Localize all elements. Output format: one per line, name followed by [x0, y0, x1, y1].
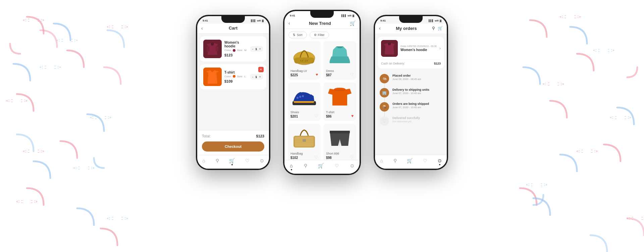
- product-handbag-lv[interactable]: LV LV Handbag LV $225 ♥: [288, 41, 321, 80]
- product-handbag-lv-name: Handbag LV: [290, 69, 318, 73]
- back-button-orders[interactable]: ‹: [379, 26, 381, 31]
- home-icon-orders: ⌂: [380, 158, 383, 163]
- cart-item-2-info: T-shirt Color: Size: L $109: [224, 71, 248, 83]
- heart-icon-orders: ♡: [423, 158, 427, 163]
- back-button-cart[interactable]: ‹: [201, 26, 203, 31]
- filter-button[interactable]: ⚙ Filter: [310, 32, 329, 38]
- timeline-content-2: Delivery to shipping units June 07, 2020…: [392, 88, 442, 95]
- phone-trend-screen: 9:41 ▌▌▌ wifi ▓ ‹ New Trend 🛒 ⇅: [284, 11, 360, 174]
- trend-title: New Trend: [309, 21, 331, 26]
- svg-rect-4: [206, 73, 208, 77]
- nav-search-orders[interactable]: ⚲: [393, 158, 397, 165]
- product-shoes[interactable]: Shoes $201 ♡: [288, 82, 321, 121]
- heart-tshirt[interactable]: ♥: [351, 114, 354, 118]
- cart-icon-orders[interactable]: 🛒: [438, 26, 443, 31]
- product-short[interactable]: Short 898 $98 ♡: [323, 124, 356, 160]
- phone-cart-screen: 9:41 ▌▌▌ wifi ▓ ‹ Cart: [197, 16, 269, 169]
- cart-icon-orders-nav: 🛒: [407, 158, 413, 163]
- nav-cart-cart[interactable]: 🛒: [229, 158, 235, 165]
- qty-minus-1[interactable]: -: [252, 47, 253, 51]
- svg-rect-8: [294, 57, 314, 64]
- time-trend: 9:41: [290, 14, 295, 17]
- hoodie-image: [203, 40, 222, 58]
- timeline-date-3: June 07, 2020 - 10:45 am: [392, 106, 442, 109]
- heart-handbag-lv[interactable]: ♥: [316, 72, 318, 77]
- svg-rect-1: [207, 46, 210, 51]
- cart-header: ‹ Cart: [197, 24, 269, 34]
- orders-screen: 9:41 ▌▌▌ wifi ▓ ‹ My orders ⚲ 🛒: [375, 16, 447, 169]
- delete-item-2[interactable]: ✕: [258, 67, 264, 72]
- cart-item-2-name: T-shirt: [224, 71, 248, 74]
- cart-item-2-meta: Color: Size: L: [224, 75, 248, 78]
- qty-plus-1[interactable]: +: [259, 47, 261, 51]
- cart-items-list: Women's hoodie Color: Size: M $123 -: [197, 34, 269, 131]
- cart-item-1: Women's hoodie Color: Size: M $123 -: [200, 36, 266, 61]
- battery-icon: ▓: [262, 19, 264, 22]
- order-arrow[interactable]: ›: [439, 46, 441, 51]
- nav-home-orders[interactable]: ⌂: [380, 158, 383, 165]
- cart-footer: Total: $123 Checkout: [197, 131, 269, 155]
- color-dot-2: [233, 75, 235, 78]
- orders-title: My orders: [396, 26, 417, 31]
- product-dress-price: $87: [326, 73, 354, 77]
- nav-profile-orders[interactable]: ⊙: [438, 158, 442, 165]
- sort-button[interactable]: ⇅ Sort: [288, 32, 307, 38]
- qty-minus-2[interactable]: -: [252, 75, 253, 79]
- nav-heart-cart[interactable]: ♡: [245, 158, 250, 165]
- product-tshirt[interactable]: T-shirt $86 ♥: [323, 82, 356, 121]
- search-icon-trend: ⚲: [304, 163, 307, 168]
- nav-search-trend[interactable]: ⚲: [304, 163, 307, 170]
- nav-search-cart[interactable]: ⚲: [216, 158, 219, 165]
- svg-rect-5: [217, 73, 219, 77]
- search-icon-orders[interactable]: ⚲: [432, 26, 435, 31]
- nav-profile-trend[interactable]: ⊙: [350, 163, 354, 170]
- time-cart: 9:41: [203, 19, 208, 22]
- product-handbag[interactable]: Handbag $102 ♡: [288, 124, 321, 160]
- product-shoes-price: $201: [290, 115, 318, 118]
- qty-control-2[interactable]: - 1 +: [250, 74, 263, 80]
- checkout-button[interactable]: Checkout: [202, 141, 264, 152]
- profile-icon-orders: ⊙: [438, 158, 442, 163]
- cart-item-2: T-shirt Color: Size: L $109 - 1: [200, 64, 266, 89]
- nav-heart-trend[interactable]: ♡: [335, 163, 339, 170]
- heart-handbag[interactable]: ♡: [314, 155, 318, 160]
- heart-dress[interactable]: ♡: [350, 72, 354, 77]
- cart-item-1-name: Women's hoodie: [224, 41, 248, 48]
- notch-orders: [399, 16, 423, 23]
- battery-icon-trend: ▓: [353, 14, 354, 17]
- timeline-icon-2: 🏢: [380, 88, 389, 97]
- timeline-title-1: Placed order: [392, 74, 442, 77]
- qty-val-2: 1: [255, 75, 257, 79]
- timeline-date-2: June 07, 2020 - 10:45 am: [392, 92, 442, 95]
- qty-plus-2[interactable]: +: [259, 75, 261, 79]
- cart-icon-trend-nav: 🛒: [318, 163, 324, 168]
- nav-profile-cart[interactable]: ⊙: [260, 158, 264, 165]
- qty-control-1[interactable]: - 1 +: [250, 46, 263, 52]
- cart-icon-trend[interactable]: 🛒: [350, 20, 356, 26]
- heart-icon-cart: ♡: [245, 158, 250, 163]
- nav-cart-orders[interactable]: 🛒: [407, 158, 413, 165]
- back-button-trend[interactable]: ‹: [288, 20, 290, 26]
- svg-point-15: [302, 95, 304, 97]
- product-handbag-price: $102: [290, 156, 318, 160]
- tshirt-image: [203, 68, 222, 86]
- nav-cart-trend[interactable]: 🛒: [318, 163, 324, 170]
- order-product-name: Women's hoodie: [400, 48, 437, 52]
- nav-heart-orders[interactable]: ♡: [423, 158, 427, 165]
- signal-icon: ▌▌▌: [251, 19, 256, 22]
- product-dress[interactable]: Dress $87 ♡: [323, 41, 356, 80]
- heart-short[interactable]: ♡: [350, 155, 354, 160]
- nav-home-cart[interactable]: ⌂: [202, 158, 205, 165]
- home-icon-trend: ⌂: [290, 163, 292, 168]
- wifi-icon: wifi: [257, 19, 261, 22]
- phone-orders: 9:41 ▌▌▌ wifi ▓ ‹ My orders ⚲ 🛒: [374, 15, 448, 170]
- time-orders: 9:41: [380, 19, 386, 22]
- product-tshirt-price: $86: [326, 115, 354, 118]
- product-shoes-name: Shoes: [290, 111, 318, 114]
- nav-home-trend[interactable]: ⌂: [290, 163, 292, 170]
- orders-header: ‹ My orders ⚲ 🛒: [375, 24, 447, 34]
- order-number: Order #456789: [400, 45, 416, 47]
- heart-shoes[interactable]: ♡: [314, 114, 318, 118]
- status-icons-trend: ▌▌▌ wifi ▓: [341, 14, 354, 17]
- bottom-nav-orders: ⌂ ⚲ 🛒 ♡ ⊙: [375, 155, 447, 169]
